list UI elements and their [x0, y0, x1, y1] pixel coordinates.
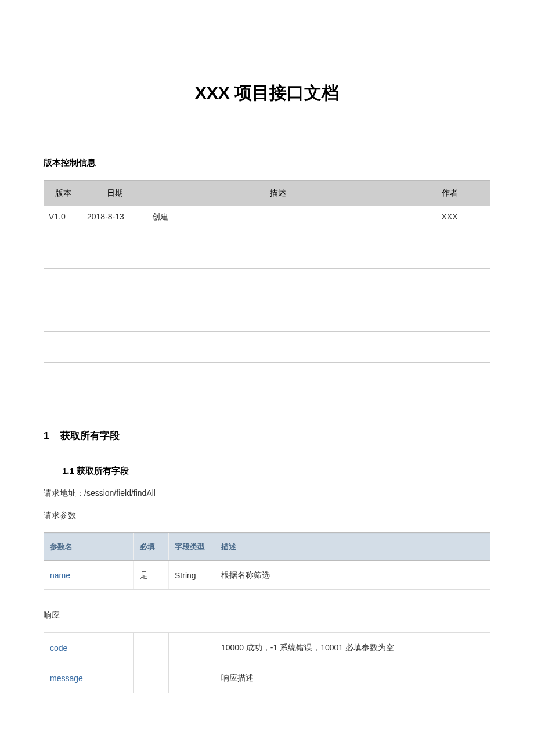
- response-row: code 10000 成功，-1 系统错误，10001 必填参数为空: [44, 633, 490, 663]
- version-cell-desc: [147, 363, 409, 394]
- version-row: [44, 332, 490, 363]
- response-cell-name: message: [44, 663, 134, 693]
- version-cell-version: [44, 237, 82, 269]
- document-title: XXX 项目接口文档: [44, 81, 490, 105]
- response-cell-desc: 10000 成功，-1 系统错误，10001 必填参数为空: [215, 633, 490, 663]
- param-cell-name: name: [44, 561, 134, 590]
- response-cell-b: [134, 633, 169, 663]
- version-row: [44, 237, 490, 269]
- version-row: [44, 363, 490, 394]
- version-row: [44, 300, 490, 332]
- version-cell-desc: [147, 269, 409, 300]
- version-cell-version: V1.0: [44, 206, 82, 237]
- response-cell-name: code: [44, 633, 134, 663]
- param-header-name: 参数名: [44, 533, 134, 561]
- version-row: V1.0 2018-8-13 创建 XXX: [44, 206, 490, 237]
- request-url-label: 请求地址：: [44, 488, 84, 498]
- version-cell-date: [82, 300, 147, 332]
- param-table: 参数名 必填 字段类型 描述 name 是 String 根据名称筛选: [44, 532, 490, 590]
- response-cell-c: [169, 663, 215, 693]
- version-cell-author: [409, 237, 490, 269]
- version-cell-desc: 创建: [147, 206, 409, 237]
- param-row: name 是 String 根据名称筛选: [44, 561, 490, 590]
- subsection-number: 1.1: [62, 466, 74, 476]
- response-label: 响应: [44, 610, 490, 621]
- version-cell-date: [82, 237, 147, 269]
- version-cell-desc: [147, 237, 409, 269]
- response-cell-b: [134, 663, 169, 693]
- version-cell-version: [44, 363, 82, 394]
- version-section-label: 版本控制信息: [44, 157, 490, 168]
- version-header-date: 日期: [82, 181, 147, 206]
- version-cell-author: [409, 332, 490, 363]
- section-number: 1: [44, 430, 49, 442]
- version-cell-author: [409, 363, 490, 394]
- section-heading-1-1: 1.1 获取所有字段: [62, 466, 490, 477]
- version-row: [44, 269, 490, 300]
- subsection-title: 获取所有字段: [77, 466, 129, 476]
- version-cell-author: [409, 300, 490, 332]
- version-cell-desc: [147, 300, 409, 332]
- response-table: code 10000 成功，-1 系统错误，10001 必填参数为空 messa…: [44, 632, 490, 693]
- version-cell-date: 2018-8-13: [82, 206, 147, 237]
- version-cell-version: [44, 332, 82, 363]
- response-cell-c: [169, 633, 215, 663]
- response-cell-desc: 响应描述: [215, 663, 490, 693]
- param-cell-desc: 根据名称筛选: [215, 561, 490, 590]
- version-table: 版本 日期 描述 作者 V1.0 2018-8-13 创建 XXX: [44, 180, 490, 394]
- section-heading-1: 1获取所有字段: [44, 429, 490, 442]
- version-cell-date: [82, 363, 147, 394]
- param-header-required: 必填: [134, 533, 169, 561]
- request-url-line: 请求地址：/session/field/findAll: [44, 488, 490, 499]
- version-cell-version: [44, 269, 82, 300]
- param-cell-required: 是: [134, 561, 169, 590]
- section-title: 获取所有字段: [60, 430, 120, 441]
- param-header-type: 字段类型: [169, 533, 215, 561]
- param-header-desc: 描述: [215, 533, 490, 561]
- version-header-author: 作者: [409, 181, 490, 206]
- version-cell-desc: [147, 332, 409, 363]
- version-header-version: 版本: [44, 181, 82, 206]
- version-cell-date: [82, 332, 147, 363]
- version-cell-date: [82, 269, 147, 300]
- request-url-value: /session/field/findAll: [84, 488, 156, 498]
- response-row: message 响应描述: [44, 663, 490, 693]
- version-cell-author: [409, 269, 490, 300]
- param-cell-type: String: [169, 561, 215, 590]
- version-cell-version: [44, 300, 82, 332]
- request-params-label: 请求参数: [44, 510, 490, 521]
- version-header-desc: 描述: [147, 181, 409, 206]
- version-cell-author: XXX: [409, 206, 490, 237]
